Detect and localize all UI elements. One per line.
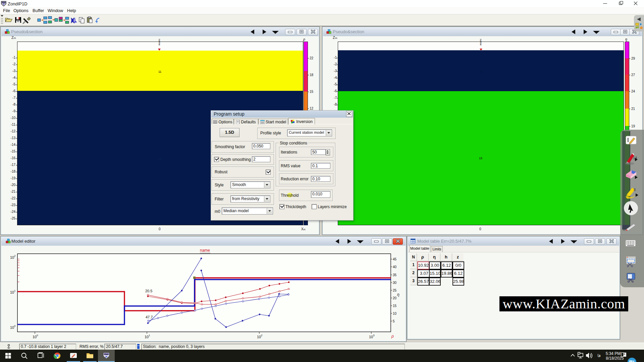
svg-text:5: 5: [393, 319, 395, 323]
svg-text:X: X: [623, 228, 625, 232]
svg-text:2: 2: [261, 334, 263, 337]
svg-text:0: 0: [14, 324, 16, 327]
svg-text:ρ: ρ: [391, 334, 394, 339]
svg-text:1: 1: [14, 289, 16, 292]
svg-text:10: 10: [33, 335, 37, 339]
svg-text:IP: IP: [3, 3, 5, 5]
svg-text:2: 2: [14, 254, 16, 257]
svg-text:10: 10: [145, 335, 149, 339]
svg-text:8: 8: [634, 188, 636, 192]
svg-text:name: name: [200, 248, 210, 253]
svg-text:10: 10: [10, 290, 14, 294]
svg-text:0: 0: [37, 334, 38, 337]
svg-text:10: 10: [10, 255, 14, 259]
svg-text:30: 30: [393, 281, 397, 285]
svg-text:45: 45: [393, 257, 397, 261]
svg-text:3: 3: [373, 334, 375, 337]
svg-text:10: 10: [10, 325, 14, 329]
svg-text:10: 10: [257, 335, 261, 339]
svg-text:35: 35: [393, 273, 397, 277]
svg-text:1: 1: [149, 334, 150, 337]
svg-text:Zond: Zond: [104, 353, 108, 355]
svg-text:10: 10: [393, 312, 397, 315]
svg-text:فا: فا: [597, 353, 600, 358]
svg-text:20.5: 20.5: [145, 289, 152, 293]
svg-text:47.7: 47.7: [146, 315, 153, 319]
svg-text:IP: IP: [105, 356, 108, 358]
svg-text:5:34 PM: 5:34 PM: [606, 351, 621, 356]
svg-text:10: 10: [369, 335, 373, 339]
svg-text:15: 15: [393, 304, 397, 308]
svg-text:40: 40: [393, 265, 397, 269]
svg-text:η: η: [397, 292, 399, 297]
svg-text:25: 25: [393, 289, 397, 292]
svg-text:20: 20: [393, 296, 397, 300]
